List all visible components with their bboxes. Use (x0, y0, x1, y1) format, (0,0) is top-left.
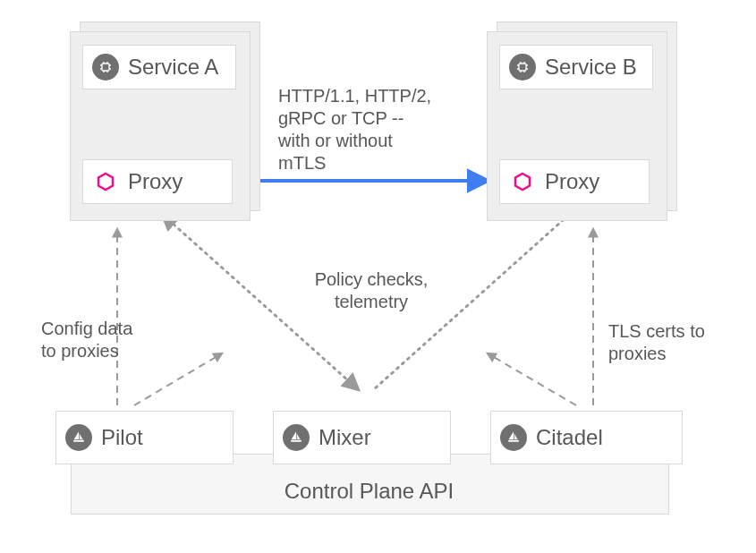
svg-rect-20 (73, 440, 84, 442)
citadel-label: Citadel (536, 425, 603, 450)
tls-annotation: TLS certs to proxies (608, 320, 725, 365)
hexagon-icon (509, 168, 536, 195)
chip-icon (509, 54, 536, 81)
svg-rect-10 (519, 64, 526, 71)
sailboat-icon (65, 424, 92, 451)
proxy-b-box: Proxy (499, 159, 650, 204)
mixer-box: Mixer (273, 411, 451, 464)
pilot-label: Pilot (101, 425, 143, 450)
sailboat-icon (283, 424, 310, 451)
hexagon-icon (92, 168, 119, 195)
svg-rect-21 (291, 440, 302, 442)
chip-icon (92, 54, 119, 81)
svg-marker-19 (515, 174, 530, 190)
service-b-label: Service B (545, 55, 637, 80)
proxy-a-label: Proxy (128, 169, 183, 194)
svg-rect-22 (508, 440, 519, 442)
service-a-label: Service A (128, 55, 218, 80)
citadel-box: Citadel (490, 411, 683, 464)
proxy-a-box: Proxy (82, 159, 233, 204)
policy-annotation: Policy checks, telemetry (300, 268, 443, 313)
config-annotation: Config data to proxies (41, 318, 157, 362)
svg-rect-0 (102, 64, 109, 71)
mixer-label: Mixer (319, 425, 371, 450)
control-plane-api-label: Control Plane API (71, 479, 667, 504)
service-b-box: Service B (499, 45, 653, 89)
protocols-annotation: HTTP/1.1, HTTP/2, gRPC or TCP -- with or… (278, 85, 475, 174)
dashed-citadel-slant (488, 353, 576, 405)
sailboat-icon (500, 424, 527, 451)
service-a-box: Service A (82, 45, 236, 89)
proxy-b-label: Proxy (545, 169, 599, 194)
svg-marker-9 (98, 174, 113, 190)
pilot-box: Pilot (55, 411, 234, 464)
